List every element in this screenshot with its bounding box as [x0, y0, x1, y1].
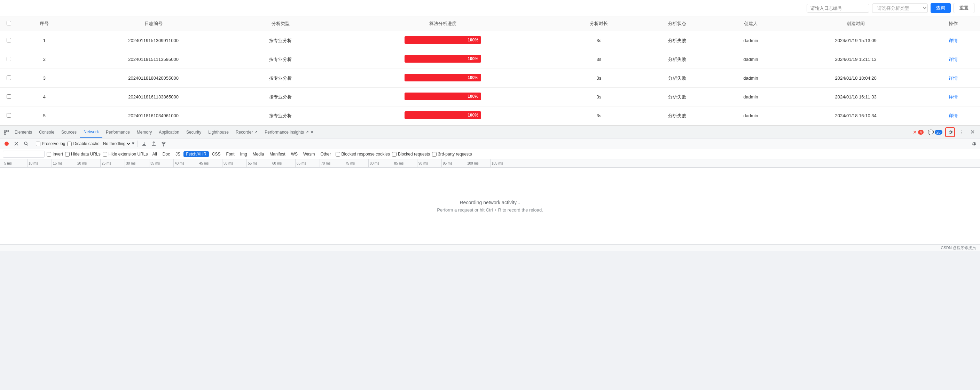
- row-checkbox[interactable]: [6, 94, 11, 99]
- type-filter-media[interactable]: Media: [250, 151, 267, 157]
- row-log-id: 20240119151113595000: [72, 50, 236, 69]
- network-toolbar: Preserve log Disable cache No throttling…: [0, 138, 980, 149]
- row-checkbox-cell: [0, 88, 18, 106]
- export-har-icon[interactable]: [150, 140, 158, 147]
- blocked-response-cookies-label[interactable]: Blocked response cookies: [336, 152, 390, 157]
- svg-point-3: [5, 142, 9, 146]
- disable-cache-checkbox-label[interactable]: Disable cache: [67, 141, 99, 146]
- row-type: 按专业分析: [235, 106, 326, 125]
- select-all-checkbox[interactable]: [6, 21, 11, 25]
- detail-link[interactable]: 详情: [949, 94, 958, 100]
- import-har-icon[interactable]: [140, 140, 148, 147]
- tab-application[interactable]: Application: [155, 126, 183, 138]
- blocked-requests-label[interactable]: Blocked requests: [392, 152, 430, 157]
- type-filter-ws[interactable]: WS: [289, 151, 300, 157]
- type-filter-all[interactable]: All: [150, 151, 159, 157]
- filter-input[interactable]: [3, 151, 45, 158]
- progress-bar: 100%: [404, 36, 481, 44]
- query-button[interactable]: 查询: [931, 3, 951, 13]
- detail-link[interactable]: 详情: [949, 76, 958, 81]
- row-type: 按专业分析: [235, 69, 326, 88]
- row-progress: 100%: [326, 50, 560, 69]
- detail-link[interactable]: 详情: [949, 57, 958, 62]
- tab-performance-insights[interactable]: Performance insights ↗ ✕: [261, 126, 317, 138]
- recording-text: Recording network activity...: [460, 200, 520, 205]
- hide-extension-urls-checkbox[interactable]: [103, 152, 107, 157]
- tab-network[interactable]: Network: [80, 126, 102, 138]
- preserve-log-checkbox[interactable]: [36, 142, 40, 146]
- third-party-requests-label[interactable]: 3rd-party requests: [432, 152, 472, 157]
- col-create-time: 创建时间: [785, 16, 926, 31]
- tab-memory[interactable]: Memory: [133, 126, 155, 138]
- disable-cache-checkbox[interactable]: [67, 142, 72, 146]
- type-filter-font[interactable]: Font: [224, 151, 237, 157]
- preserve-log-checkbox-label[interactable]: Preserve log: [36, 141, 65, 146]
- network-conditions-icon[interactable]: [160, 140, 167, 147]
- network-settings-icon[interactable]: [970, 140, 977, 147]
- type-filter-js[interactable]: JS: [173, 151, 183, 157]
- blocked-response-cookies-checkbox[interactable]: [336, 152, 340, 157]
- log-id-input[interactable]: [807, 4, 869, 13]
- timeline-tick: 60 ms: [271, 159, 295, 168]
- detail-link[interactable]: 详情: [949, 38, 958, 43]
- timeline-tick: 75 ms: [344, 159, 368, 168]
- tab-security[interactable]: Security: [183, 126, 205, 138]
- throttle-select[interactable]: No throttling: [102, 141, 131, 146]
- app-area: 请选择分析类型 查询 重置 序号 日志编号 分析类型 算法分析进度 分析时长 分…: [0, 0, 980, 125]
- close-performance-insights-icon[interactable]: ✕: [310, 130, 314, 135]
- timeline-tick: 95 ms: [441, 159, 466, 168]
- devtools-right-controls: ✕ 4 💬 26 ⋮ ✕: [912, 127, 978, 137]
- row-create-time: 2024/01/19 15:11:13: [785, 50, 926, 69]
- row-creator: dadmin: [716, 69, 785, 88]
- invert-checkbox[interactable]: [47, 152, 51, 157]
- tab-lighthouse[interactable]: Lighthouse: [205, 126, 232, 138]
- tab-console[interactable]: Console: [35, 126, 58, 138]
- tab-recorder[interactable]: Recorder ↗: [232, 126, 261, 138]
- timeline-ruler: 5 ms10 ms15 ms20 ms25 ms30 ms35 ms40 ms4…: [0, 159, 980, 168]
- warning-icon[interactable]: 💬 26: [926, 127, 944, 137]
- tab-elements[interactable]: Elements: [11, 126, 35, 138]
- row-checkbox[interactable]: [6, 38, 11, 43]
- table-row: 5 20240118161034961000 按专业分析 100% 3s 分析失…: [0, 106, 980, 125]
- type-filter-fetch-xhr[interactable]: Fetch/XHR: [183, 151, 209, 157]
- type-filter-css[interactable]: CSS: [210, 151, 223, 157]
- clear-network-icon[interactable]: [13, 140, 20, 147]
- row-duration: 3s: [560, 106, 638, 125]
- hide-data-urls-checkbox-label[interactable]: Hide data URLs: [65, 152, 100, 157]
- close-devtools-icon[interactable]: ✕: [967, 127, 977, 137]
- type-filter-other[interactable]: Other: [318, 151, 334, 157]
- row-checkbox[interactable]: [6, 57, 11, 61]
- tab-performance[interactable]: Performance: [102, 126, 133, 138]
- settings-icon[interactable]: [945, 127, 955, 137]
- row-duration: 3s: [560, 88, 638, 106]
- col-type: 分析类型: [235, 16, 326, 31]
- row-checkbox[interactable]: [6, 113, 11, 117]
- detail-link[interactable]: 详情: [949, 113, 958, 118]
- progress-bar-text: 100%: [468, 56, 478, 61]
- search-network-icon[interactable]: [22, 140, 30, 147]
- third-party-requests-checkbox[interactable]: [432, 152, 437, 157]
- type-filter-doc[interactable]: Doc: [160, 151, 172, 157]
- hide-data-urls-checkbox[interactable]: [65, 152, 70, 157]
- inspect-element-icon[interactable]: [2, 127, 11, 137]
- row-id: 5: [18, 106, 72, 125]
- more-options-icon[interactable]: ⋮: [956, 127, 966, 137]
- row-status: 分析失败: [638, 106, 716, 125]
- row-checkbox[interactable]: [6, 76, 11, 80]
- timeline-tick: 10 ms: [27, 159, 51, 168]
- type-filter-manifest[interactable]: Manifest: [267, 151, 288, 157]
- invert-checkbox-label[interactable]: Invert: [47, 152, 63, 157]
- tab-sources[interactable]: Sources: [58, 126, 80, 138]
- reset-button[interactable]: 重置: [953, 3, 974, 13]
- blocked-requests-checkbox[interactable]: [392, 152, 396, 157]
- row-creator: dadmin: [716, 88, 785, 106]
- error-icon[interactable]: ✕ 4: [912, 127, 925, 137]
- row-action: 详情: [926, 106, 980, 125]
- type-filter-wasm[interactable]: Wasm: [301, 151, 318, 157]
- hide-extension-urls-checkbox-label[interactable]: Hide extension URLs: [103, 152, 148, 157]
- col-action: 操作: [926, 16, 980, 31]
- stop-recording-icon[interactable]: [3, 140, 10, 147]
- analysis-type-select[interactable]: 请选择分析类型: [872, 3, 928, 13]
- row-checkbox-cell: [0, 31, 18, 50]
- type-filter-img[interactable]: Img: [238, 151, 250, 157]
